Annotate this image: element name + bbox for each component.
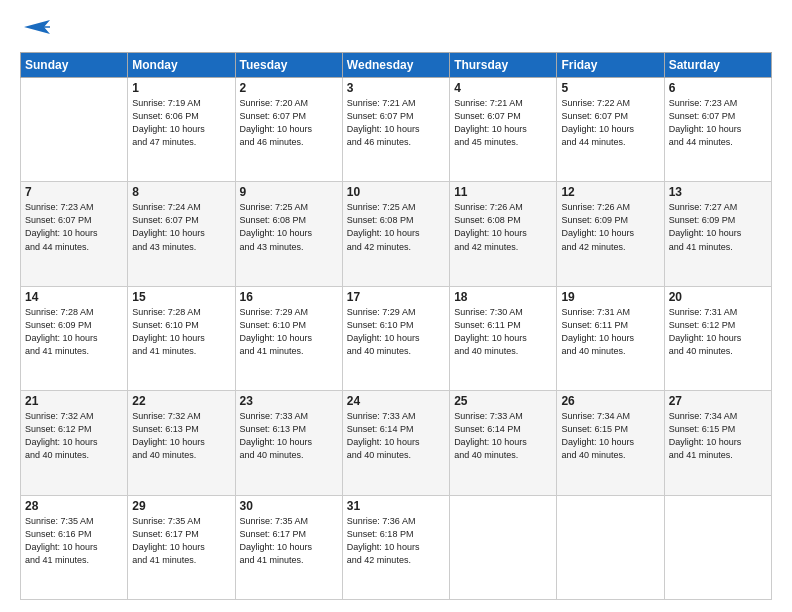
calendar-day-header: Monday [128,53,235,78]
day-number: 9 [240,185,338,199]
calendar-cell: 9Sunrise: 7:25 AM Sunset: 6:08 PM Daylig… [235,182,342,286]
day-number: 1 [132,81,230,95]
day-info: Sunrise: 7:31 AM Sunset: 6:12 PM Dayligh… [669,306,767,358]
day-info: Sunrise: 7:24 AM Sunset: 6:07 PM Dayligh… [132,201,230,253]
day-info: Sunrise: 7:26 AM Sunset: 6:09 PM Dayligh… [561,201,659,253]
day-number: 12 [561,185,659,199]
calendar-cell: 28Sunrise: 7:35 AM Sunset: 6:16 PM Dayli… [21,495,128,599]
calendar-cell: 14Sunrise: 7:28 AM Sunset: 6:09 PM Dayli… [21,286,128,390]
day-info: Sunrise: 7:29 AM Sunset: 6:10 PM Dayligh… [240,306,338,358]
day-info: Sunrise: 7:22 AM Sunset: 6:07 PM Dayligh… [561,97,659,149]
day-info: Sunrise: 7:33 AM Sunset: 6:14 PM Dayligh… [347,410,445,462]
day-number: 13 [669,185,767,199]
day-number: 8 [132,185,230,199]
day-number: 20 [669,290,767,304]
calendar-cell: 27Sunrise: 7:34 AM Sunset: 6:15 PM Dayli… [664,391,771,495]
calendar-cell: 10Sunrise: 7:25 AM Sunset: 6:08 PM Dayli… [342,182,449,286]
day-number: 25 [454,394,552,408]
calendar-week-row: 1Sunrise: 7:19 AM Sunset: 6:06 PM Daylig… [21,78,772,182]
day-number: 4 [454,81,552,95]
day-number: 5 [561,81,659,95]
calendar-cell: 1Sunrise: 7:19 AM Sunset: 6:06 PM Daylig… [128,78,235,182]
day-number: 2 [240,81,338,95]
day-number: 19 [561,290,659,304]
day-number: 27 [669,394,767,408]
calendar-cell: 7Sunrise: 7:23 AM Sunset: 6:07 PM Daylig… [21,182,128,286]
calendar-day-header: Friday [557,53,664,78]
day-info: Sunrise: 7:23 AM Sunset: 6:07 PM Dayligh… [669,97,767,149]
calendar-cell: 20Sunrise: 7:31 AM Sunset: 6:12 PM Dayli… [664,286,771,390]
header [20,18,772,42]
calendar-cell: 19Sunrise: 7:31 AM Sunset: 6:11 PM Dayli… [557,286,664,390]
day-info: Sunrise: 7:35 AM Sunset: 6:17 PM Dayligh… [240,515,338,567]
day-info: Sunrise: 7:34 AM Sunset: 6:15 PM Dayligh… [669,410,767,462]
day-info: Sunrise: 7:30 AM Sunset: 6:11 PM Dayligh… [454,306,552,358]
calendar-week-row: 21Sunrise: 7:32 AM Sunset: 6:12 PM Dayli… [21,391,772,495]
calendar-cell: 12Sunrise: 7:26 AM Sunset: 6:09 PM Dayli… [557,182,664,286]
day-info: Sunrise: 7:23 AM Sunset: 6:07 PM Dayligh… [25,201,123,253]
calendar-table: SundayMondayTuesdayWednesdayThursdayFrid… [20,52,772,600]
day-info: Sunrise: 7:21 AM Sunset: 6:07 PM Dayligh… [454,97,552,149]
logo [20,18,54,42]
calendar-week-row: 14Sunrise: 7:28 AM Sunset: 6:09 PM Dayli… [21,286,772,390]
calendar-header-row: SundayMondayTuesdayWednesdayThursdayFrid… [21,53,772,78]
calendar-cell: 30Sunrise: 7:35 AM Sunset: 6:17 PM Dayli… [235,495,342,599]
day-number: 3 [347,81,445,95]
day-number: 14 [25,290,123,304]
day-info: Sunrise: 7:35 AM Sunset: 6:17 PM Dayligh… [132,515,230,567]
day-number: 21 [25,394,123,408]
day-info: Sunrise: 7:25 AM Sunset: 6:08 PM Dayligh… [347,201,445,253]
day-info: Sunrise: 7:33 AM Sunset: 6:14 PM Dayligh… [454,410,552,462]
calendar-cell: 4Sunrise: 7:21 AM Sunset: 6:07 PM Daylig… [450,78,557,182]
day-number: 16 [240,290,338,304]
day-info: Sunrise: 7:26 AM Sunset: 6:08 PM Dayligh… [454,201,552,253]
day-info: Sunrise: 7:28 AM Sunset: 6:09 PM Dayligh… [25,306,123,358]
day-info: Sunrise: 7:35 AM Sunset: 6:16 PM Dayligh… [25,515,123,567]
day-number: 18 [454,290,552,304]
calendar-cell: 18Sunrise: 7:30 AM Sunset: 6:11 PM Dayli… [450,286,557,390]
day-number: 24 [347,394,445,408]
page: SundayMondayTuesdayWednesdayThursdayFrid… [0,0,792,612]
calendar-cell: 25Sunrise: 7:33 AM Sunset: 6:14 PM Dayli… [450,391,557,495]
day-number: 7 [25,185,123,199]
day-number: 6 [669,81,767,95]
day-info: Sunrise: 7:36 AM Sunset: 6:18 PM Dayligh… [347,515,445,567]
calendar-cell: 31Sunrise: 7:36 AM Sunset: 6:18 PM Dayli… [342,495,449,599]
day-info: Sunrise: 7:20 AM Sunset: 6:07 PM Dayligh… [240,97,338,149]
day-number: 10 [347,185,445,199]
day-number: 30 [240,499,338,513]
day-info: Sunrise: 7:28 AM Sunset: 6:10 PM Dayligh… [132,306,230,358]
calendar-cell: 23Sunrise: 7:33 AM Sunset: 6:13 PM Dayli… [235,391,342,495]
calendar-day-header: Wednesday [342,53,449,78]
day-info: Sunrise: 7:21 AM Sunset: 6:07 PM Dayligh… [347,97,445,149]
calendar-week-row: 7Sunrise: 7:23 AM Sunset: 6:07 PM Daylig… [21,182,772,286]
calendar-cell: 21Sunrise: 7:32 AM Sunset: 6:12 PM Dayli… [21,391,128,495]
calendar-cell: 26Sunrise: 7:34 AM Sunset: 6:15 PM Dayli… [557,391,664,495]
day-info: Sunrise: 7:34 AM Sunset: 6:15 PM Dayligh… [561,410,659,462]
day-info: Sunrise: 7:31 AM Sunset: 6:11 PM Dayligh… [561,306,659,358]
calendar-cell: 2Sunrise: 7:20 AM Sunset: 6:07 PM Daylig… [235,78,342,182]
calendar-day-header: Sunday [21,53,128,78]
calendar-cell: 17Sunrise: 7:29 AM Sunset: 6:10 PM Dayli… [342,286,449,390]
day-number: 11 [454,185,552,199]
calendar-cell: 22Sunrise: 7:32 AM Sunset: 6:13 PM Dayli… [128,391,235,495]
day-number: 22 [132,394,230,408]
day-info: Sunrise: 7:32 AM Sunset: 6:13 PM Dayligh… [132,410,230,462]
calendar-cell [664,495,771,599]
calendar-cell: 15Sunrise: 7:28 AM Sunset: 6:10 PM Dayli… [128,286,235,390]
calendar-cell: 24Sunrise: 7:33 AM Sunset: 6:14 PM Dayli… [342,391,449,495]
calendar-week-row: 28Sunrise: 7:35 AM Sunset: 6:16 PM Dayli… [21,495,772,599]
day-info: Sunrise: 7:32 AM Sunset: 6:12 PM Dayligh… [25,410,123,462]
day-info: Sunrise: 7:19 AM Sunset: 6:06 PM Dayligh… [132,97,230,149]
calendar-day-header: Tuesday [235,53,342,78]
calendar-cell [21,78,128,182]
day-number: 28 [25,499,123,513]
day-info: Sunrise: 7:27 AM Sunset: 6:09 PM Dayligh… [669,201,767,253]
calendar-cell: 16Sunrise: 7:29 AM Sunset: 6:10 PM Dayli… [235,286,342,390]
day-number: 31 [347,499,445,513]
calendar-cell [450,495,557,599]
calendar-day-header: Saturday [664,53,771,78]
calendar-cell: 11Sunrise: 7:26 AM Sunset: 6:08 PM Dayli… [450,182,557,286]
day-info: Sunrise: 7:25 AM Sunset: 6:08 PM Dayligh… [240,201,338,253]
calendar-cell: 13Sunrise: 7:27 AM Sunset: 6:09 PM Dayli… [664,182,771,286]
